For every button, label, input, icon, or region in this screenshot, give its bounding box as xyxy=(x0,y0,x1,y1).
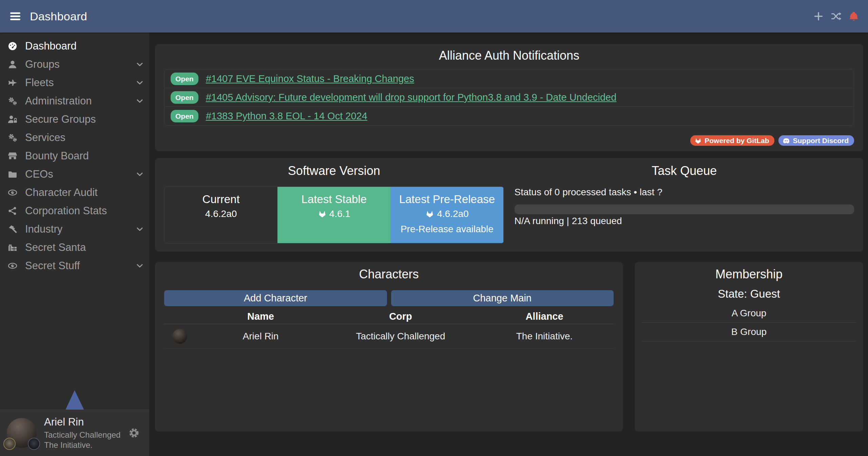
membership-panel: Membership State: Guest A Group B Group xyxy=(635,262,863,432)
powered-by-gitlab-badge[interactable]: Powered by GitLab xyxy=(690,135,774,146)
task-queue-status-text: Status of 0 processed tasks • last ? xyxy=(515,186,854,198)
sidebar-item-corporation-stats[interactable]: Corporation Stats xyxy=(0,202,149,220)
sidebar-item-industry[interactable]: Industry xyxy=(0,220,149,238)
notification-link[interactable]: #1405 Advisory: Future development will … xyxy=(206,92,617,103)
sidebar-item-label: Services xyxy=(25,132,65,144)
column-header-name: Name xyxy=(195,311,326,322)
fighter-jet-icon xyxy=(7,78,18,88)
task-queue-summary-text: N/A running | 213 queued xyxy=(515,215,854,227)
add-character-button[interactable]: Add Character xyxy=(164,290,387,306)
task-queue-progress-bar xyxy=(515,204,854,214)
version-cell-stable: Latest Stable 4.6.1 xyxy=(277,187,390,243)
user-lock-icon xyxy=(7,114,18,124)
sidebar-menu: Dashboard Groups Fleets Administration S… xyxy=(0,33,149,275)
prerelease-version-text: 4.6.2a0 xyxy=(437,208,468,220)
sidebar-item-label: Fleets xyxy=(25,77,54,89)
stable-version-number: 4.6.1 xyxy=(277,208,390,220)
characters-panel: Characters Add Character Change Main Nam… xyxy=(155,262,623,432)
support-discord-badge[interactable]: Support Discord xyxy=(778,135,854,146)
notification-row: Open #1383 Python 3.8 EOL - 14 Oct 2024 xyxy=(165,107,854,125)
sidebar-item-ceos[interactable]: CEOs xyxy=(0,165,149,183)
membership-groups-list: A Group B Group xyxy=(642,304,856,341)
user-corp: Tactically Challenged xyxy=(44,430,120,440)
version-cell-label: Current xyxy=(165,193,277,206)
sidebar-item-label: Secret Santa xyxy=(25,241,86,254)
notification-row: Open #1407 EVE Equinox Status - Breaking… xyxy=(165,70,854,88)
character-name-cell: Ariel Rin xyxy=(195,331,326,342)
task-queue-title: Task Queue xyxy=(515,163,854,178)
sidebar-item-secure-groups[interactable]: Secure Groups xyxy=(0,110,149,128)
character-portrait-image xyxy=(172,329,187,344)
version-cell-label: Latest Stable xyxy=(277,193,390,206)
prerelease-version-number: 4.6.2a0 xyxy=(390,208,503,220)
version-box: Current 4.6.2a0 Latest Stable 4.6.1 Late… xyxy=(164,186,504,243)
user-panel: Ariel Rin Tactically Challenged The Init… xyxy=(0,410,149,456)
version-cell-prerelease: Latest Pre-Release 4.6.2a0 Pre-Release a… xyxy=(390,187,503,243)
character-row: Ariel Rin Tactically Challenged The Init… xyxy=(164,324,614,349)
column-header-alliance: Alliance xyxy=(475,311,614,322)
add-character-icon[interactable] xyxy=(813,11,824,22)
gitlab-tanuki-icon xyxy=(425,210,434,218)
software-version-title: Software Version xyxy=(164,163,504,178)
sidebar-item-administration[interactable]: Administration xyxy=(0,92,149,110)
sidebar-item-label: Industry xyxy=(25,223,62,235)
sidebar-item-label: Secure Groups xyxy=(25,113,96,125)
characters-title: Characters xyxy=(164,267,614,282)
sidebar-item-label: Bounty Board xyxy=(25,150,89,162)
characters-table-header: Name Corp Alliance xyxy=(164,309,614,324)
user-alliance: The Initiative. xyxy=(44,440,120,450)
sidebar-item-secret-santa[interactable]: Secret Santa xyxy=(0,238,149,257)
sidebar-item-fleets[interactable]: Fleets xyxy=(0,74,149,92)
notifications-list: Open #1407 EVE Equinox Status - Breaking… xyxy=(164,69,854,126)
user-settings-gear-icon[interactable] xyxy=(128,427,140,439)
software-taskqueue-panel: Software Version Current 4.6.2a0 Latest … xyxy=(155,158,863,252)
membership-group-item: B Group xyxy=(642,323,856,341)
open-status-badge: Open xyxy=(171,91,198,104)
sidebar-item-services[interactable]: Services xyxy=(0,128,149,147)
sidebar-item-label: Secret Stuff xyxy=(25,260,80,272)
notification-row: Open #1405 Advisory: Future development … xyxy=(165,88,854,107)
chevron-down-icon xyxy=(135,170,144,179)
chevron-down-icon xyxy=(135,60,144,69)
discord-badge-label: Support Discord xyxy=(793,137,849,145)
share-icon xyxy=(7,206,18,216)
characters-buttons: Add Character Change Main xyxy=(164,290,614,306)
stable-version-text: 4.6.1 xyxy=(329,208,350,220)
corp-logo-badge xyxy=(3,438,16,450)
notifications-bell-icon[interactable] xyxy=(848,11,859,22)
prerelease-note: Pre-Release available xyxy=(390,223,503,235)
software-version-section: Software Version Current 4.6.2a0 Latest … xyxy=(164,163,504,252)
user-info: Ariel Rin Tactically Challenged The Init… xyxy=(44,416,120,451)
sidebar-item-character-audit[interactable]: Character Audit xyxy=(0,183,149,202)
characters-table: Name Corp Alliance Ariel Rin Tactically … xyxy=(164,309,614,349)
character-alliance-cell: The Initiative. xyxy=(475,331,614,342)
sidebar-item-groups[interactable]: Groups xyxy=(0,55,149,74)
current-version-number: 4.6.2a0 xyxy=(165,208,277,220)
gitlab-tanuki-icon xyxy=(694,137,702,144)
notification-link[interactable]: #1407 EVE Equinox Status - Breaking Chan… xyxy=(206,73,414,84)
membership-title: Membership xyxy=(642,267,856,282)
sidebar-item-label: Administration xyxy=(25,95,92,107)
navbar-title: Dashboard xyxy=(30,10,87,23)
chevron-down-icon xyxy=(135,261,144,271)
character-corp-cell: Tactically Challenged xyxy=(326,331,475,342)
hammer-icon xyxy=(7,224,18,234)
sidebar-item-label: CEOs xyxy=(25,168,53,180)
task-queue-section: Task Queue Status of 0 processed tasks •… xyxy=(515,163,854,252)
discord-icon xyxy=(783,137,790,144)
gauge-icon xyxy=(7,41,18,51)
hamburger-menu-icon[interactable] xyxy=(9,11,21,22)
sidebar-item-dashboard[interactable]: Dashboard xyxy=(0,37,149,55)
gears-icon xyxy=(7,133,18,143)
top-navbar: Dashboard xyxy=(0,0,868,33)
sidebar-item-bounty-board[interactable]: Bounty Board xyxy=(0,147,149,165)
notification-link[interactable]: #1383 Python 3.8 EOL - 14 Oct 2024 xyxy=(206,111,367,122)
version-cell-current: Current 4.6.2a0 xyxy=(165,187,277,243)
alliance-logo-badge xyxy=(28,438,40,450)
character-portrait-cell xyxy=(164,329,195,344)
sidebar-item-secret-stuff[interactable]: Secret Stuff xyxy=(0,257,149,275)
change-main-shuffle-icon[interactable] xyxy=(831,11,842,22)
user-name: Ariel Rin xyxy=(44,416,120,429)
change-main-button[interactable]: Change Main xyxy=(391,290,614,306)
chevron-down-icon xyxy=(135,78,144,87)
